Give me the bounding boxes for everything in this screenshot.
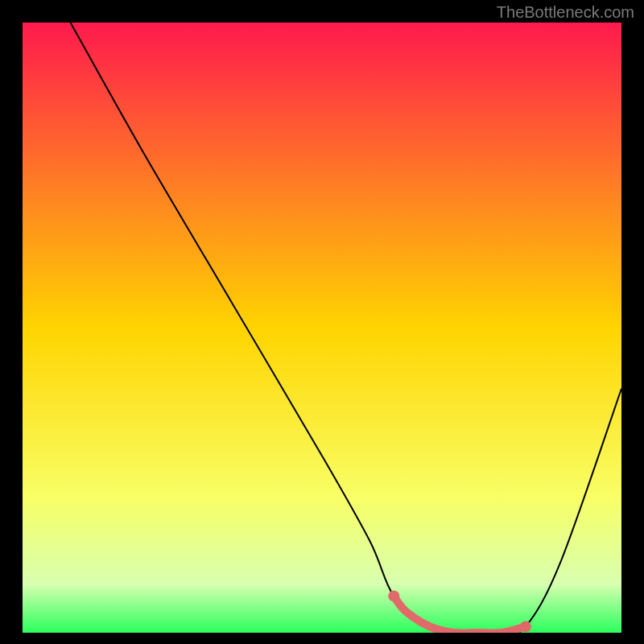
optimal-range-start-dot bbox=[388, 591, 399, 602]
chart-svg bbox=[23, 23, 621, 633]
attribution-label: TheBottleneck.com bbox=[497, 3, 634, 22]
chart-plot-area bbox=[23, 23, 621, 633]
optimal-range-end-dot bbox=[520, 621, 531, 632]
chart-background bbox=[23, 23, 621, 633]
